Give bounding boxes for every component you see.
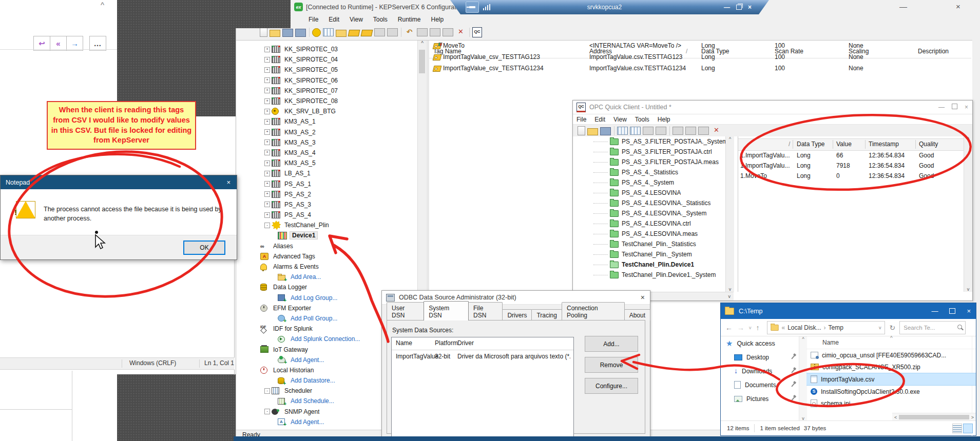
remove-button[interactable]: Remove xyxy=(585,357,638,373)
forward-icon[interactable]: → xyxy=(737,324,744,332)
tree-item[interactable]: + KK_SIPROTEC_04 xyxy=(236,54,417,65)
rdp-pin-icon[interactable] xyxy=(466,2,479,13)
tree-item[interactable]: + KK_SIPROTEC_07 xyxy=(236,86,417,96)
quick-client-launch-icon[interactable]: QC xyxy=(472,27,482,37)
odbc-tab[interactable]: About xyxy=(624,309,650,320)
col-value[interactable]: Value xyxy=(836,141,852,148)
tree-item[interactable]: + PS_AS_3 xyxy=(236,199,417,210)
tree-item[interactable]: - TestChanel_Plin xyxy=(236,220,417,230)
tag-row[interactable]: MoveTo <INTERNALTAG VAR=MoveTo /> Long 1… xyxy=(429,41,971,52)
col-timestamp[interactable]: Timestamp xyxy=(869,141,899,148)
odbc-tab[interactable]: File DSN xyxy=(468,302,503,320)
explorer-titlebar[interactable]: C:\Temp — × xyxy=(721,303,976,319)
more-options-button[interactable]: … xyxy=(89,36,106,51)
col-name[interactable]: Name xyxy=(396,339,412,347)
odbc-tab[interactable]: Connection Pooling xyxy=(562,302,625,320)
new-device-icon[interactable] xyxy=(323,28,334,36)
new-channel-icon[interactable] xyxy=(312,28,321,37)
scroll-up-icon[interactable]: ^ xyxy=(802,336,804,342)
qc-group-item[interactable]: PS_AS_4.LESOVINA.meas xyxy=(573,229,725,239)
tree-item[interactable]: Alarms & Events xyxy=(236,262,417,272)
odbc-tab[interactable]: User DSN xyxy=(387,302,424,320)
crumb-folder[interactable]: Temp xyxy=(829,324,843,331)
tree-item[interactable]: Device1 xyxy=(236,230,417,240)
qc-group-item[interactable]: PS_AS_4._System xyxy=(573,177,725,188)
menu-item[interactable]: Tools xyxy=(631,115,653,124)
qc-group-item[interactable]: PS_AS_3.FILTER_POSTAJA.ctrl xyxy=(573,147,725,157)
save-icon[interactable] xyxy=(600,127,611,135)
rdp-close-button[interactable]: × xyxy=(748,4,752,11)
odbc-tab[interactable]: System DSN xyxy=(424,301,469,320)
tree-item[interactable]: + KM3_AS_5 xyxy=(236,158,417,168)
scroll-up-icon[interactable]: ^ xyxy=(967,136,969,142)
tree-item[interactable]: + KM3_AS_1 xyxy=(236,116,417,127)
file-row[interactable]: S InstallSoftingOpcUaClient2.30.0.exe xyxy=(806,386,976,397)
notepad-dialog-titlebar[interactable]: Notepad × xyxy=(1,175,237,189)
sidebar-item[interactable]: Desktop xyxy=(721,350,799,364)
export-icon[interactable] xyxy=(387,28,398,36)
server-icon[interactable] xyxy=(643,127,654,135)
new-icon[interactable] xyxy=(578,126,585,135)
menu-item[interactable]: Tools xyxy=(370,15,391,24)
menu-item[interactable]: File xyxy=(305,15,322,24)
tree-expand-toggle[interactable]: + xyxy=(264,150,270,155)
menu-item[interactable]: Runtime xyxy=(394,15,425,24)
qc-close-button[interactable]: × xyxy=(965,104,968,111)
scroll-thumb[interactable] xyxy=(419,50,425,73)
menu-item[interactable]: Help xyxy=(428,15,448,24)
file-row[interactable]: cimio_opcua_unsol [FFE40E59059663CAD... xyxy=(806,349,976,361)
explorer-minimize-button[interactable]: — xyxy=(931,307,938,315)
paste-icon[interactable] xyxy=(443,28,453,36)
undo-icon[interactable]: ↶ xyxy=(404,27,415,37)
address-bar[interactable]: « Local Disk... › Temp v xyxy=(767,321,885,334)
menu-item[interactable]: Edit xyxy=(325,15,343,24)
import-tags-icon[interactable] xyxy=(361,30,373,36)
col-name[interactable]: Name xyxy=(822,339,839,346)
tree-expand-toggle[interactable]: + xyxy=(264,119,270,125)
scroll-up-icon[interactable]: ^ xyxy=(729,136,731,142)
odbc-tab[interactable]: Drivers xyxy=(502,309,532,320)
app-close-button[interactable]: × xyxy=(956,2,960,11)
group-props-icon[interactable] xyxy=(656,127,666,135)
tree-item[interactable]: + PS_AS_2 xyxy=(236,189,417,199)
tree-expand-toggle[interactable]: + xyxy=(264,88,270,93)
forward-arrow-button[interactable]: → xyxy=(66,36,83,51)
copy-icon[interactable] xyxy=(430,28,440,36)
app-minimize-button[interactable]: — xyxy=(899,2,907,11)
paste-icon[interactable] xyxy=(698,127,709,135)
configure-button[interactable]: Configure... xyxy=(585,378,638,394)
notepad-dialog-close-button[interactable]: × xyxy=(226,178,230,186)
tree-expand-toggle[interactable]: + xyxy=(264,202,270,207)
col-quality[interactable]: Quality xyxy=(919,141,938,148)
scroll-up-icon[interactable]: ^ xyxy=(418,41,427,46)
qc-items-scrollbar[interactable]: ^ v xyxy=(964,136,972,292)
sidebar-item[interactable]: ↓ Downloads xyxy=(721,364,799,378)
qc-minimize-button[interactable]: — xyxy=(938,104,945,111)
back-icon[interactable]: ← xyxy=(725,324,733,332)
quick-client-titlebar[interactable]: QC OPC Quick Client - Untitled * — × xyxy=(573,101,972,114)
sidebar-item[interactable]: ★ Quick access xyxy=(721,336,799,350)
col-driver[interactable]: Driver xyxy=(457,339,474,347)
rdp-minimize-button[interactable]: — xyxy=(724,4,730,11)
new-item-icon[interactable] xyxy=(630,127,641,135)
qc-group-item[interactable]: PS_AS_4.LESOVINA xyxy=(573,188,725,198)
tree-item[interactable]: + KM3_AS_3 xyxy=(236,137,417,148)
col-datatype[interactable]: Data Type xyxy=(797,141,824,148)
tree-item[interactable]: + KK_SIPROTEC_03 xyxy=(236,44,417,54)
odbc-close-button[interactable]: × xyxy=(641,293,645,302)
menu-item[interactable]: View xyxy=(610,115,630,124)
qc-item-row[interactable]: 1.ImportTagValu... Long 7918 12:36:54.83… xyxy=(738,161,964,171)
delete-icon[interactable]: ✕ xyxy=(711,126,722,136)
tree-expand-toggle[interactable]: + xyxy=(264,77,270,83)
tree-expand-toggle[interactable]: + xyxy=(264,212,270,218)
rdp-restore-button[interactable] xyxy=(736,5,742,10)
up-icon[interactable]: ↑ xyxy=(756,324,760,332)
open-icon[interactable] xyxy=(587,128,598,135)
save-as-icon[interactable] xyxy=(295,29,306,37)
sidebar-item[interactable]: Pictures xyxy=(721,392,799,406)
tree-expand-toggle[interactable]: - xyxy=(264,223,270,228)
double-chevron-button[interactable]: « xyxy=(50,36,67,51)
add-button[interactable]: Add... xyxy=(585,336,638,352)
tree-expand-toggle[interactable]: + xyxy=(264,109,270,114)
cut-icon[interactable] xyxy=(672,127,683,135)
